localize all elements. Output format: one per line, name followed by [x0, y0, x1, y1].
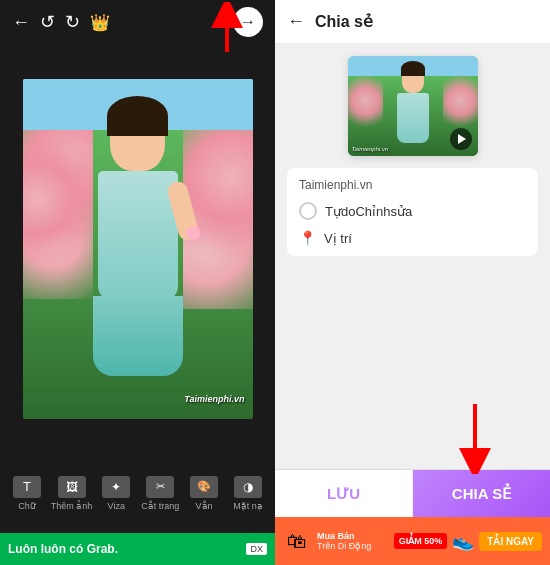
photo-icon: 🖼	[58, 476, 86, 498]
text-icon: T	[13, 476, 41, 498]
tool-text[interactable]: T Chữ	[7, 476, 47, 511]
share-button[interactable]: CHIA SẺ	[413, 470, 550, 517]
filter-icon: 🎨	[190, 476, 218, 498]
right-title: Chia sẻ	[315, 12, 373, 31]
right-content: Taimienphi.vn Taimienphi.vn TựdoChỉnhsửa…	[275, 44, 550, 469]
left-toolbar: ← ↺ ↻ 👑 →	[0, 0, 275, 44]
left-watermark: Taimienphi.vn	[184, 394, 244, 404]
back-button[interactable]: ←	[12, 12, 30, 33]
grab-text: Luôn luôn có Grab.	[8, 542, 118, 556]
shopee-right-group: GIẢM 50% 👟 TẢI NGAY	[394, 530, 542, 552]
tool-photo[interactable]: 🖼 Thêm ảnh	[51, 476, 93, 511]
photo-container: Taimienphi.vn	[23, 79, 253, 419]
tool-viza-label: Viza	[108, 501, 125, 511]
tool-text-label: Chữ	[18, 501, 36, 511]
video-preview-thumbnail[interactable]: Taimienphi.vn	[348, 56, 478, 156]
girl-silhouette	[78, 106, 198, 386]
edit-option-row[interactable]: TựdoChỉnhsửa	[299, 202, 526, 220]
shopee-text1: Mua Bán	[317, 531, 371, 541]
next-button[interactable]: →	[233, 7, 263, 37]
info-section: Taimienphi.vn TựdoChỉnhsửa 📍 Vị trí	[287, 168, 538, 256]
right-panel: ← Chia sẻ Taim	[275, 0, 550, 565]
grab-banner[interactable]: Luôn luôn có Grab. DX	[0, 533, 275, 565]
right-bottom-area: LƯU CHIA SẺ 🛍 Mua Bán Trên Di Động GIẢM …	[275, 469, 550, 565]
shopee-cta-button[interactable]: TẢI NGAY	[479, 532, 542, 551]
tool-viza[interactable]: ✦ Viza	[96, 476, 136, 511]
action-buttons-row: LƯU CHIA SẺ	[275, 469, 550, 517]
tool-filter[interactable]: 🎨 Vắn	[184, 476, 224, 511]
crown-icon: 👑	[90, 13, 110, 32]
play-triangle-icon	[458, 134, 466, 144]
platform-label: Taimienphi.vn	[299, 178, 526, 192]
right-back-button[interactable]: ←	[287, 11, 305, 32]
redo-button[interactable]: ↻	[65, 11, 80, 33]
location-pin-icon: 📍	[299, 230, 316, 246]
location-label: Vị trí	[324, 231, 352, 246]
discount-label: GIẢM 50%	[399, 536, 443, 547]
shoe-icon: 👟	[452, 530, 474, 552]
shopee-banner[interactable]: 🛍 Mua Bán Trên Di Động GIẢM 50% 👟 TẢI NG…	[275, 517, 550, 565]
play-button[interactable]	[450, 128, 472, 150]
edit-option-label: TựdoChỉnhsửa	[325, 204, 412, 219]
tool-cutout-label: Cắt trang	[141, 501, 179, 511]
thumb-girl	[388, 66, 438, 141]
photo-bg: Taimienphi.vn	[23, 79, 253, 419]
thumb-flowers-left	[348, 61, 383, 141]
bottom-toolbar: T Chữ 🖼 Thêm ảnh ✦ Viza ✂ Cắt trang 🎨 Vắ…	[0, 453, 275, 533]
tool-mask[interactable]: ◑ Mặt nạ	[228, 476, 268, 511]
shopee-icon: 🛍	[287, 530, 307, 553]
next-icon: →	[240, 13, 256, 31]
tool-cutout[interactable]: ✂ Cắt trang	[140, 476, 180, 511]
toolbar-left-group: ← ↺ ↻ 👑	[12, 11, 110, 33]
save-button[interactable]: LƯU	[275, 470, 413, 517]
image-edit-area: Taimienphi.vn	[0, 44, 275, 453]
thumb-watermark: Taimienphi.vn	[352, 146, 389, 152]
radio-button[interactable]	[299, 202, 317, 220]
viza-icon: ✦	[102, 476, 130, 498]
grab-ad-label: DX	[246, 543, 267, 555]
cutout-icon: ✂	[146, 476, 174, 498]
location-row[interactable]: 📍 Vị trí	[299, 230, 526, 246]
shopee-left-group: 🛍 Mua Bán Trên Di Động	[283, 530, 371, 553]
shopee-text-group: Mua Bán Trên Di Động	[317, 531, 371, 551]
tool-filter-label: Vắn	[196, 501, 213, 511]
tool-photo-label: Thêm ảnh	[51, 501, 93, 511]
mask-icon: ◑	[234, 476, 262, 498]
right-header: ← Chia sẻ	[275, 0, 550, 44]
shopee-text2: Trên Di Động	[317, 541, 371, 551]
left-panel: ← ↺ ↻ 👑 →	[0, 0, 275, 565]
discount-badge: GIẢM 50%	[394, 533, 448, 550]
undo-button[interactable]: ↺	[40, 11, 55, 33]
tool-mask-label: Mặt nạ	[233, 501, 263, 511]
